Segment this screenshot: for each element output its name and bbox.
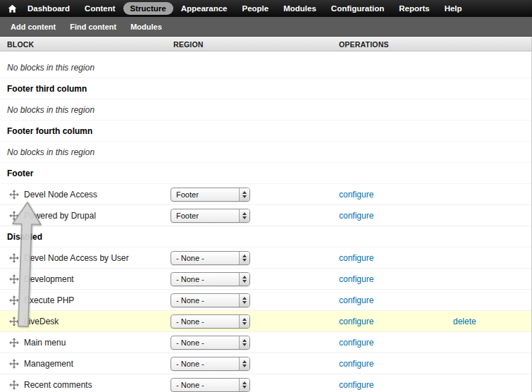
region-cell: - None -	[169, 357, 337, 371]
table-header-row: BLOCK REGION OPERATIONS	[0, 37, 531, 51]
block-cell: Devel Node Access by User	[0, 252, 169, 263]
drag-handle-icon[interactable]	[8, 379, 19, 390]
block-row-livedesk: LiveDesk- None -configuredelete	[0, 311, 531, 332]
region-select[interactable]: - None -	[171, 293, 250, 307]
shortcut-item-find-content[interactable]: Find content	[63, 20, 123, 34]
column-header-region: REGION	[169, 40, 337, 49]
delete-link[interactable]: delete	[453, 317, 476, 326]
move-arrows-glyph	[9, 295, 19, 305]
operations-cell: configure	[337, 274, 531, 284]
column-header-block: BLOCK	[0, 40, 169, 49]
configure-link[interactable]: configure	[339, 295, 453, 305]
toolbar-item-modules[interactable]: Modules	[276, 2, 323, 15]
block-row-devel-node-access-by-user: Devel Node Access by User- None -configu…	[0, 247, 531, 269]
region-select[interactable]: Footer	[171, 209, 250, 223]
drag-handle-icon[interactable]	[8, 316, 19, 326]
block-name: Development	[24, 274, 74, 284]
select-stepper-icon	[239, 294, 249, 307]
block-cell: No blocks in this region	[0, 63, 169, 73]
home-icon-glyph	[8, 4, 17, 13]
configure-link[interactable]: configure	[339, 253, 453, 263]
chevron-up-icon	[242, 255, 247, 257]
move-arrows-glyph	[9, 359, 19, 369]
chevron-down-icon	[242, 259, 247, 262]
chevron-up-icon	[242, 381, 247, 384]
block-cell: Disabled	[0, 232, 169, 242]
block-cell: Execute PHP	[0, 295, 169, 305]
table-row: Disabled	[0, 226, 531, 247]
chevron-down-icon	[242, 365, 247, 367]
chevron-down-icon	[242, 216, 247, 219]
region-select-value: - None -	[171, 381, 239, 389]
chevron-up-icon	[242, 360, 247, 363]
chevron-up-icon	[242, 191, 247, 194]
shortcut-item-add-content[interactable]: Add content	[4, 20, 62, 34]
configure-link[interactable]: configure	[339, 338, 453, 348]
chevron-up-icon	[242, 276, 247, 278]
region-select[interactable]: - None -	[171, 378, 250, 392]
block-name: Recent comments	[24, 380, 92, 390]
block-cell: Footer fourth column	[0, 126, 169, 136]
block-cell: Footer	[0, 169, 169, 178]
block-row-main-menu: Main menu- None -configure	[0, 332, 531, 353]
block-name: Devel Node Access	[24, 190, 97, 200]
region-select[interactable]: - None -	[171, 251, 250, 265]
configure-link[interactable]: configure	[339, 190, 453, 200]
toolbar-item-dashboard[interactable]: Dashboard	[20, 2, 77, 15]
toolbar-item-structure[interactable]: Structure	[123, 2, 173, 15]
block-cell: LiveDesk	[0, 316, 169, 326]
toolbar-item-appearance[interactable]: Appearance	[174, 2, 235, 15]
operations-cell: configure	[337, 295, 531, 305]
region-select-value: - None -	[171, 275, 239, 283]
drag-handle-icon[interactable]	[8, 189, 19, 200]
region-select[interactable]: - None -	[171, 314, 250, 329]
drag-handle-icon[interactable]	[8, 274, 19, 284]
configure-link[interactable]: configure	[339, 359, 453, 369]
drag-handle-icon[interactable]	[8, 210, 19, 221]
block-name: Devel Node Access by User	[24, 253, 129, 263]
select-stepper-icon	[239, 357, 249, 370]
region-select[interactable]: - None -	[171, 336, 250, 350]
column-header-operations: OPERATIONS	[337, 40, 531, 49]
shortcut-item-modules[interactable]: Modules	[124, 20, 168, 34]
toolbar-item-configuration[interactable]: Configuration	[324, 2, 391, 15]
configure-link[interactable]: configure	[339, 317, 453, 326]
chevron-down-icon	[242, 386, 247, 388]
drag-handle-icon[interactable]	[8, 295, 19, 305]
region-cell: - None -	[169, 272, 337, 286]
toolbar-items: DashboardContentStructureAppearancePeopl…	[20, 2, 469, 15]
home-icon[interactable]	[4, 0, 20, 17]
table-row: Footer	[0, 163, 531, 184]
configure-link[interactable]: configure	[339, 274, 453, 284]
block-cell: Footer third column	[0, 84, 169, 94]
chevron-down-icon	[242, 301, 247, 304]
blocks-table: BLOCK REGION OPERATIONS No blocks in thi…	[0, 37, 532, 392]
select-stepper-icon	[239, 273, 249, 286]
configure-link[interactable]: configure	[339, 211, 453, 221]
configure-link[interactable]: configure	[339, 380, 453, 390]
drag-handle-icon[interactable]	[8, 358, 19, 369]
move-arrows-glyph	[9, 190, 19, 200]
drag-handle-icon[interactable]	[8, 337, 19, 348]
block-name: Management	[24, 359, 73, 369]
select-stepper-icon	[239, 379, 249, 391]
block-cell: Development	[0, 274, 169, 284]
toolbar-item-reports[interactable]: Reports	[392, 2, 436, 15]
drag-handle-icon[interactable]	[8, 252, 19, 263]
chevron-down-icon	[242, 280, 247, 283]
move-arrows-glyph	[9, 380, 19, 390]
block-name: Powered by Drupal	[24, 211, 96, 221]
block-cell: Main menu	[0, 337, 169, 348]
block-row-management: Management- None -configure	[0, 353, 531, 374]
toolbar-item-people[interactable]: People	[235, 2, 276, 15]
region-select[interactable]: Footer	[171, 188, 250, 202]
table-row: No blocks in this region	[0, 57, 531, 78]
toolbar-item-help[interactable]: Help	[438, 2, 469, 15]
select-stepper-icon	[239, 188, 249, 201]
region-select[interactable]: - None -	[171, 272, 250, 286]
region-cell: - None -	[169, 293, 337, 307]
region-select[interactable]: - None -	[171, 357, 250, 371]
operations-cell: configure	[337, 211, 531, 221]
toolbar-item-content[interactable]: Content	[78, 2, 122, 15]
chevron-down-icon	[242, 343, 247, 346]
